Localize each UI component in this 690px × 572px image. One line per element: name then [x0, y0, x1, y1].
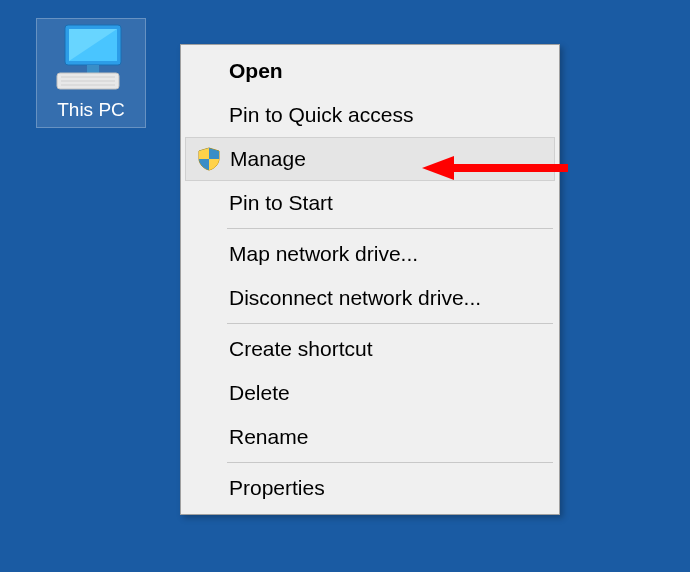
- menu-label: Delete: [229, 381, 290, 405]
- context-menu: Open Pin to Quick access Manage Pin to S…: [180, 44, 560, 515]
- menu-item-create-shortcut[interactable]: Create shortcut: [183, 327, 557, 371]
- menu-separator: [227, 228, 553, 229]
- menu-item-pin-quick-access[interactable]: Pin to Quick access: [183, 93, 557, 137]
- menu-item-disconnect-network-drive[interactable]: Disconnect network drive...: [183, 276, 557, 320]
- menu-label: Manage: [230, 147, 306, 171]
- computer-icon: [51, 23, 131, 93]
- menu-label: Map network drive...: [229, 242, 418, 266]
- menu-label: Rename: [229, 425, 308, 449]
- menu-separator: [227, 323, 553, 324]
- menu-label: Create shortcut: [229, 337, 373, 361]
- menu-label: Disconnect network drive...: [229, 286, 481, 310]
- menu-item-delete[interactable]: Delete: [183, 371, 557, 415]
- menu-item-properties[interactable]: Properties: [183, 466, 557, 510]
- desktop-icon-this-pc[interactable]: This PC: [36, 18, 146, 128]
- menu-separator: [227, 462, 553, 463]
- svg-rect-2: [87, 65, 99, 73]
- menu-label: Pin to Start: [229, 191, 333, 215]
- desktop-icon-label: This PC: [57, 99, 125, 121]
- menu-label: Open: [229, 59, 283, 83]
- menu-label: Properties: [229, 476, 325, 500]
- menu-label: Pin to Quick access: [229, 103, 413, 127]
- menu-item-pin-start[interactable]: Pin to Start: [183, 181, 557, 225]
- menu-item-map-network-drive[interactable]: Map network drive...: [183, 232, 557, 276]
- shield-icon: [196, 146, 222, 172]
- menu-item-rename[interactable]: Rename: [183, 415, 557, 459]
- menu-item-open[interactable]: Open: [183, 49, 557, 93]
- menu-item-manage[interactable]: Manage: [185, 137, 555, 181]
